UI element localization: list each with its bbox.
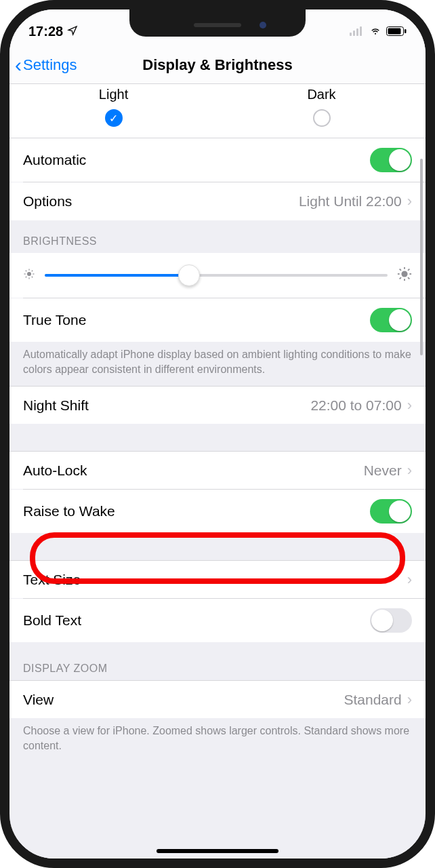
svg-rect-3	[360, 26, 362, 36]
view-value: Standard	[344, 692, 401, 708]
raise-to-wake-toggle[interactable]	[370, 499, 412, 524]
automatic-row[interactable]: Automatic	[9, 138, 426, 182]
status-time: 17:28	[28, 24, 63, 39]
svg-point-16	[401, 271, 407, 277]
location-icon	[67, 24, 78, 39]
device-notch	[129, 9, 306, 37]
raise-to-wake-row[interactable]: Raise to Wake	[9, 490, 426, 533]
view-label: View	[23, 692, 54, 708]
brightness-slider-row	[9, 253, 426, 298]
chevron-right-icon: ›	[407, 462, 412, 479]
svg-rect-6	[405, 29, 407, 33]
slider-thumb[interactable]	[178, 264, 200, 286]
options-value: Light Until 22:00	[299, 193, 402, 210]
svg-line-13	[32, 277, 33, 278]
display-zoom-note: Choose a view for iPhone. Zoomed shows l…	[9, 718, 426, 773]
auto-lock-value: Never	[364, 462, 402, 479]
night-shift-value: 22:00 to 07:00	[310, 397, 401, 414]
brightness-slider[interactable]	[45, 274, 388, 277]
chevron-right-icon: ›	[407, 691, 412, 709]
back-button[interactable]: ‹ Settings	[15, 46, 77, 83]
chevron-right-icon: ›	[407, 397, 412, 414]
svg-line-23	[400, 277, 401, 279]
auto-lock-label: Auto-Lock	[23, 462, 87, 479]
options-row[interactable]: Options Light Until 22:00 ›	[9, 182, 426, 220]
appearance-dark-label: Dark	[307, 87, 335, 102]
automatic-toggle[interactable]	[370, 148, 412, 172]
auto-lock-row[interactable]: Auto-Lock Never ›	[9, 451, 426, 489]
svg-line-12	[26, 271, 27, 272]
chevron-right-icon: ›	[407, 571, 412, 589]
true-tone-toggle[interactable]	[370, 308, 412, 332]
bold-text-label: Bold Text	[23, 612, 81, 629]
wifi-icon	[369, 24, 382, 39]
svg-rect-1	[353, 31, 355, 36]
svg-rect-2	[356, 28, 358, 36]
bold-text-row[interactable]: Bold Text	[9, 599, 426, 642]
appearance-picker: Light ✓ Dark	[9, 84, 426, 138]
options-label: Options	[23, 193, 72, 210]
cellular-icon	[350, 24, 365, 39]
raise-to-wake-label: Raise to Wake	[23, 503, 115, 519]
text-size-row[interactable]: Text Size ›	[9, 560, 426, 598]
svg-line-24	[408, 269, 409, 271]
display-zoom-section-header: DISPLAY ZOOM	[9, 642, 426, 680]
section-gap	[9, 424, 426, 451]
section-gap	[9, 533, 426, 560]
home-indicator[interactable]	[157, 849, 278, 853]
svg-rect-0	[350, 33, 352, 36]
chevron-right-icon: ›	[407, 193, 412, 210]
appearance-option-light[interactable]: Light ✓	[9, 87, 218, 127]
iphone-device-frame: 17:28	[0, 0, 435, 868]
automatic-label: Automatic	[23, 152, 86, 168]
battery-icon	[386, 24, 407, 39]
radio-checked-icon: ✓	[105, 109, 123, 127]
night-shift-row[interactable]: Night Shift 22:00 to 07:00 ›	[9, 386, 426, 424]
slider-fill	[45, 274, 189, 277]
radio-unchecked-icon	[313, 109, 331, 127]
svg-line-14	[26, 277, 27, 278]
chevron-left-icon: ‹	[15, 55, 22, 75]
svg-line-22	[408, 277, 409, 279]
night-shift-label: Night Shift	[23, 397, 89, 414]
page-title: Display & Brightness	[142, 56, 292, 74]
brightness-low-icon	[23, 268, 35, 283]
text-size-label: Text Size	[23, 572, 81, 588]
svg-point-7	[27, 272, 31, 276]
svg-line-15	[32, 271, 33, 272]
brightness-high-icon	[397, 267, 412, 284]
appearance-option-dark[interactable]: Dark	[218, 87, 426, 127]
true-tone-label: True Tone	[23, 312, 86, 328]
scroll-indicator	[420, 159, 423, 355]
brightness-section-header: BRIGHTNESS	[9, 220, 426, 253]
settings-content[interactable]: Light ✓ Dark Automatic Options Light Unt…	[9, 84, 426, 859]
view-row[interactable]: View Standard ›	[9, 680, 426, 718]
appearance-light-label: Light	[99, 87, 128, 102]
bold-text-toggle[interactable]	[370, 608, 412, 633]
svg-rect-5	[388, 28, 401, 34]
svg-line-21	[400, 269, 401, 271]
navigation-bar: ‹ Settings Display & Brightness	[9, 46, 426, 84]
back-button-label: Settings	[23, 56, 77, 74]
true-tone-note: Automatically adapt iPhone display based…	[9, 342, 426, 386]
true-tone-row[interactable]: True Tone	[9, 298, 426, 342]
screen: 17:28	[9, 9, 426, 859]
